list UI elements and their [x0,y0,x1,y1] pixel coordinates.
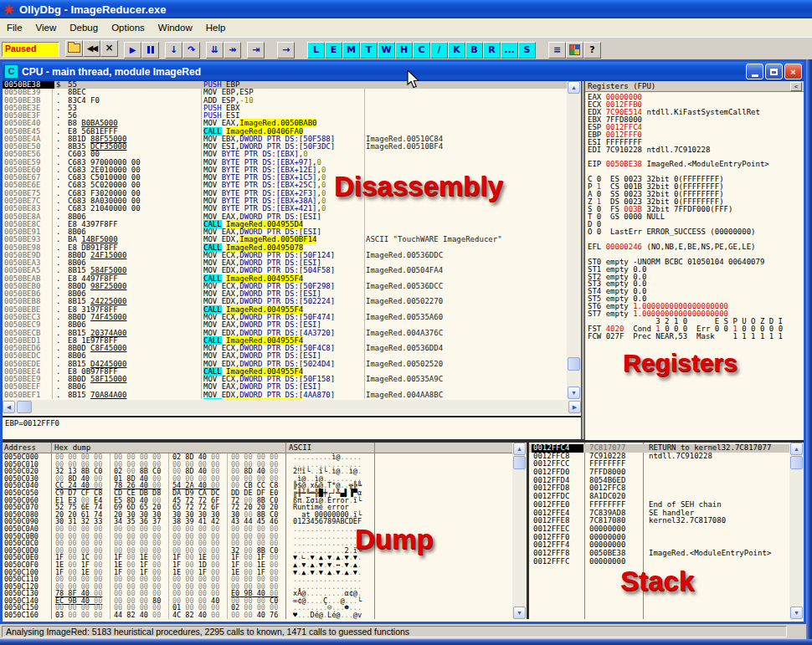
view-handles-button[interactable]: H [395,42,413,59]
scrollbar-thumb[interactable] [513,456,526,469]
disassembly-row[interactable]: 0050BE3B.83C4 F0ADD ESP,-10 [3,97,567,105]
registers-pane[interactable]: Registers (FPU) < EAX 00000000ECX 0012FF… [585,81,804,440]
stack-vertical-scrollbar[interactable]: ▲ ▼ [789,443,804,619]
disassembly-row[interactable]: 0050BE38$55PUSH EBP [3,81,567,89]
menu-item-window[interactable]: Window [152,19,199,37]
execute-till-return-button[interactable]: ⇥ [247,42,265,59]
run-button[interactable]: ▶ [124,42,141,59]
scrollbar-thumb[interactable] [17,401,32,413]
step-over-button[interactable]: ↷ [182,42,200,59]
window-frame-right [806,59,812,645]
pause-icon [147,46,150,54]
cpu-window: C CPU - main thread, module ImageRed × 0… [0,59,806,624]
status-bar: Analysing ImageRed: 5183 heuristical pro… [0,624,806,639]
close-button[interactable]: × [784,64,802,79]
disassembly-row[interactable]: 0050BE3E.53PUSH EBX [3,105,567,112]
trace-into-button[interactable]: ⇊ [206,42,224,59]
window-title: OllyDbg - ImageReducer.exe [19,3,167,16]
dump-vertical-scrollbar[interactable]: ▲ ▼ [512,443,527,619]
registers-header: Registers (FPU) < [585,81,804,92]
window-frame-bottom [0,639,812,645]
pause-button[interactable] [141,42,159,59]
stack-pane[interactable]: 0012FFC47C817077RETURN to kernel32.7C817… [529,443,789,619]
view-cpu-button[interactable]: C [413,42,430,59]
view-source-button[interactable]: S [518,42,536,59]
scroll-up-button[interactable]: ▲ [513,443,526,455]
menu-item-view[interactable]: View [29,19,64,37]
menu-item-options[interactable]: Options [105,19,152,37]
pause-icon [152,46,154,54]
trace-over-button[interactable]: ↠ [224,42,241,59]
disassembly-vertical-scrollbar[interactable]: ▲ ▼ [567,81,581,399]
step-into-button[interactable]: ↓ [165,42,182,59]
dump-header-ascii: ASCII [289,443,311,453]
debug-state-indicator: Paused [2,42,59,57]
stack-rows: 0012FFC47C817077RETURN to kernel32.7C817… [529,443,789,566]
scroll-down-button[interactable]: ▼ [790,607,803,619]
disassembly-rows: 0050BE38$55PUSH EBP0050BE39.8BECMOV EBP,… [3,81,567,399]
main-titlebar[interactable]: OllyDbg - ImageReducer.exe [0,0,812,18]
open-file-button[interactable] [65,40,83,57]
registers-header-label: Registers (FPU) [588,82,655,90]
scroll-left-button[interactable]: ◀ [3,401,15,413]
scroll-up-button[interactable]: ▲ [568,81,580,94]
cpu-window-titlebar[interactable]: C CPU - main thread, module ImageRed × [3,62,804,81]
toolbar-buttons: ◀◀×▶↓↷⇊↠⇥→LEMTWHC/KBR...S≡? [59,40,601,59]
dump-header-hex: Hex dump [54,443,90,453]
cpu-content: 0050BE38$55PUSH EBP0050BE39.8BECMOV EBP,… [3,81,804,622]
scroll-down-button[interactable]: ▼ [513,607,526,619]
minimize-button[interactable] [746,64,763,79]
maximize-button[interactable] [765,64,783,79]
view-memory-button[interactable]: M [342,42,360,59]
menu-bar: FileViewDebugOptionsWindowHelp [0,18,812,38]
status-text: Analysing ImageRed: 5183 heuristical pro… [6,627,409,637]
cpu-window-title: CPU - main thread, module ImageRed [22,66,201,78]
toolbar: Paused ◀◀×▶↓↷⇊↠⇥→LEMTWHC/KBR...S≡? [0,37,812,61]
view-log-button[interactable]: L [307,42,325,59]
view-patches-button[interactable]: / [430,42,448,59]
info-pane-text: EBP=0012FFF0 [5,419,59,427]
menu-item-help[interactable]: Help [199,19,233,37]
scroll-right-button[interactable]: ▶ [568,401,581,413]
restart-button[interactable]: ◀◀ [83,40,100,57]
maximize-icon [770,69,778,75]
dump-rows: 0050C00000 00 00 0000 00 00 0002 8D 40 0… [3,453,512,619]
close-program-button[interactable]: × [100,40,118,57]
menu-item-debug[interactable]: Debug [63,19,105,37]
disassembly-pane[interactable]: 0050BE38$55PUSH EBP0050BE39.8BECMOV EBP,… [3,81,567,399]
scrollbar-thumb[interactable] [568,357,580,371]
view-callstack-button[interactable]: K [448,42,465,59]
ollydbg-main-window: { "window": {"title": "OllyDbg - ImageRe… [0,0,812,645]
info-pane[interactable]: EBP=0012FFF0 [3,416,581,438]
colors-button[interactable] [566,42,583,59]
dump-pane[interactable]: Address Hex dump ASCII 0050C00000 00 00 … [3,443,512,619]
dump-header-address: Address [4,443,36,453]
appearance-button[interactable]: ≡ [548,42,566,59]
go-to-address-button[interactable]: → [277,42,295,59]
disassembly-horizontal-scrollbar[interactable]: ◀ ▶ [3,400,581,414]
cpu-window-icon: C [4,64,18,79]
help-button[interactable]: ? [583,42,601,59]
view-runtrace-button[interactable]: ... [501,42,518,59]
view-references-button[interactable]: R [483,42,501,59]
cpu-window-controls: × [746,64,804,79]
ollydbg-logo-icon [3,3,16,16]
view-breakpoints-button[interactable]: B [465,42,483,59]
view-threads-button[interactable]: T [360,42,378,59]
view-windows-button[interactable]: W [378,42,395,59]
status-message: Analysing ImageRed: 5183 heuristical pro… [2,626,787,637]
view-modules-button[interactable]: E [325,42,342,59]
registers-collapse-button[interactable]: < [790,82,802,91]
open-folder-icon [68,44,80,53]
palette-icon [569,44,580,55]
scrollbar-thumb[interactable] [790,456,803,469]
scroll-up-button[interactable]: ▲ [790,443,803,455]
registers-list: EAX 00000000ECX 0012FFB0EDX 7C90E514 ntd… [588,94,804,440]
stack-row[interactable]: 0012FFFC00000000 [529,558,789,566]
menu-item-file[interactable]: File [0,19,29,37]
minimize-icon [752,74,758,77]
scroll-down-button[interactable]: ▼ [568,386,580,399]
dump-row[interactable]: 0050C16003 00 00 0044 82 40 004C 82 40 0… [3,612,512,619]
